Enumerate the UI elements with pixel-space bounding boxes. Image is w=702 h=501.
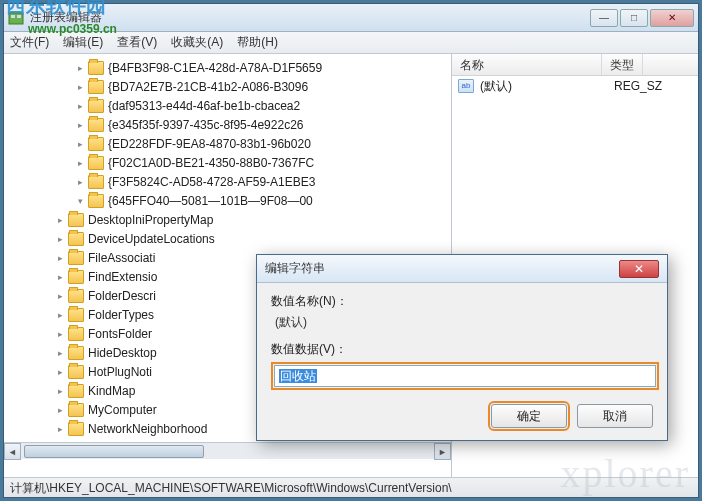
- tree-item[interactable]: ▸DesktopIniPropertyMap: [34, 210, 451, 229]
- tree-label: HotPlugNoti: [88, 365, 152, 379]
- folder-icon: [88, 99, 104, 113]
- minimize-button[interactable]: —: [590, 9, 618, 27]
- expand-icon[interactable]: ▸: [54, 347, 66, 359]
- expand-icon[interactable]: ▸: [54, 233, 66, 245]
- tree-item[interactable]: ▾{645FFO40—5081—101B—9F08—00: [34, 191, 451, 210]
- tree-hscroll[interactable]: ◄ ►: [4, 442, 451, 459]
- expand-icon[interactable]: ▸: [54, 214, 66, 226]
- folder-icon: [88, 137, 104, 151]
- status-path: 计算机\HKEY_LOCAL_MACHINE\SOFTWARE\Microsof…: [10, 481, 452, 495]
- col-type[interactable]: 类型: [602, 54, 643, 75]
- folder-icon: [68, 213, 84, 227]
- tree-item[interactable]: ▸{F02C1A0D-BE21-4350-88B0-7367FC: [34, 153, 451, 172]
- name-label: 数值名称(N)：: [271, 293, 653, 310]
- tree-label: NetworkNeighborhood: [88, 422, 207, 436]
- data-label: 数值数据(V)：: [271, 341, 653, 358]
- expand-icon[interactable]: ▸: [54, 328, 66, 340]
- tree-item[interactable]: ▸{ED228FDF-9EA8-4870-83b1-96b020: [34, 134, 451, 153]
- expand-icon[interactable]: ▸: [54, 423, 66, 435]
- name-value: (默认): [275, 314, 653, 331]
- folder-icon: [88, 156, 104, 170]
- tree-label: MyComputer: [88, 403, 157, 417]
- tree-item[interactable]: ▸{F3F5824C-AD58-4728-AF59-A1EBE3: [34, 172, 451, 191]
- tree-label: FindExtensio: [88, 270, 157, 284]
- tree-label: {F02C1A0D-BE21-4350-88B0-7367FC: [108, 156, 314, 170]
- cancel-button[interactable]: 取消: [577, 404, 653, 428]
- dialog-titlebar[interactable]: 编辑字符串 ✕: [257, 255, 667, 283]
- folder-icon: [68, 346, 84, 360]
- close-button[interactable]: ✕: [650, 9, 694, 27]
- expand-icon[interactable]: ▸: [54, 404, 66, 416]
- menu-help[interactable]: 帮助(H): [237, 34, 278, 51]
- expand-icon[interactable]: ▸: [74, 138, 86, 150]
- folder-icon: [68, 308, 84, 322]
- expand-icon[interactable]: ▸: [74, 81, 86, 93]
- tree-label: {F3F5824C-AD58-4728-AF59-A1EBE3: [108, 175, 315, 189]
- scroll-thumb[interactable]: [24, 445, 204, 458]
- expand-icon[interactable]: ▾: [74, 195, 86, 207]
- tree-item[interactable]: ▸{e345f35f-9397-435c-8f95-4e922c26: [34, 115, 451, 134]
- tree-label: {645FFO40—5081—101B—9F08—00: [108, 194, 313, 208]
- dialog-title: 编辑字符串: [265, 260, 619, 277]
- value-name: (默认): [480, 78, 614, 95]
- maximize-button[interactable]: □: [620, 9, 648, 27]
- folder-icon: [68, 403, 84, 417]
- tree-label: {B4FB3F98-C1EA-428d-A78A-D1F5659: [108, 61, 322, 75]
- folder-icon: [88, 175, 104, 189]
- tree-label: {BD7A2E7B-21CB-41b2-A086-B3096: [108, 80, 308, 94]
- scroll-right-icon[interactable]: ►: [434, 443, 451, 460]
- expand-icon[interactable]: ▸: [54, 309, 66, 321]
- menu-fav[interactable]: 收藏夹(A): [171, 34, 223, 51]
- expand-icon[interactable]: ▸: [74, 62, 86, 74]
- tree-label: FontsFolder: [88, 327, 152, 341]
- svg-rect-1: [11, 15, 15, 18]
- expand-icon[interactable]: ▸: [74, 176, 86, 188]
- expand-icon[interactable]: ▸: [54, 290, 66, 302]
- tree-item[interactable]: ▸{daf95313-e44d-46af-be1b-cbacea2: [34, 96, 451, 115]
- watermark-url: www.pc0359.cn: [28, 22, 117, 36]
- tree-item[interactable]: ▸{B4FB3F98-C1EA-428d-A78A-D1F5659: [34, 58, 451, 77]
- folder-icon: [88, 61, 104, 75]
- ok-button[interactable]: 确定: [491, 404, 567, 428]
- expand-icon[interactable]: ▸: [54, 366, 66, 378]
- expand-icon[interactable]: ▸: [74, 119, 86, 131]
- col-name[interactable]: 名称: [452, 54, 602, 75]
- tree-label: DesktopIniPropertyMap: [88, 213, 213, 227]
- tree-item[interactable]: ▸DeviceUpdateLocations: [34, 229, 451, 248]
- folder-icon: [68, 289, 84, 303]
- regedit-icon: [8, 10, 24, 26]
- folder-icon: [68, 327, 84, 341]
- list-row[interactable]: ab (默认) REG_SZ: [452, 76, 698, 96]
- folder-icon: [88, 118, 104, 132]
- expand-icon[interactable]: ▸: [54, 385, 66, 397]
- tree-label: FolderDescri: [88, 289, 156, 303]
- tree-label: FolderTypes: [88, 308, 154, 322]
- edit-string-dialog: 编辑字符串 ✕ 数值名称(N)： (默认) 数值数据(V)： 回收站 确定 取消: [256, 254, 668, 441]
- menu-file[interactable]: 文件(F): [10, 34, 49, 51]
- string-value-icon: ab: [458, 79, 474, 93]
- menu-view[interactable]: 查看(V): [117, 34, 157, 51]
- tree-item[interactable]: ▸{BD7A2E7B-21CB-41b2-A086-B3096: [34, 77, 451, 96]
- expand-icon[interactable]: ▸: [74, 100, 86, 112]
- data-input[interactable]: 回收站: [274, 365, 656, 387]
- svg-rect-2: [17, 15, 21, 18]
- expand-icon[interactable]: ▸: [54, 252, 66, 264]
- data-input-selection: 回收站: [279, 369, 317, 383]
- expand-icon[interactable]: ▸: [74, 157, 86, 169]
- tree-label: FileAssociati: [88, 251, 155, 265]
- statusbar: 计算机\HKEY_LOCAL_MACHINE\SOFTWARE\Microsof…: [4, 477, 698, 497]
- menu-edit[interactable]: 编辑(E): [63, 34, 103, 51]
- tree-label: {ED228FDF-9EA8-4870-83b1-96b020: [108, 137, 311, 151]
- folder-icon: [68, 270, 84, 284]
- value-type: REG_SZ: [614, 79, 662, 93]
- folder-icon: [68, 251, 84, 265]
- folder-icon: [88, 194, 104, 208]
- expand-icon[interactable]: ▸: [54, 271, 66, 283]
- folder-icon: [88, 80, 104, 94]
- tree-label: HideDesktop: [88, 346, 157, 360]
- tree-label: {e345f35f-9397-435c-8f95-4e922c26: [108, 118, 304, 132]
- dialog-close-button[interactable]: ✕: [619, 260, 659, 278]
- folder-icon: [68, 384, 84, 398]
- folder-icon: [68, 422, 84, 436]
- scroll-left-icon[interactable]: ◄: [4, 443, 21, 460]
